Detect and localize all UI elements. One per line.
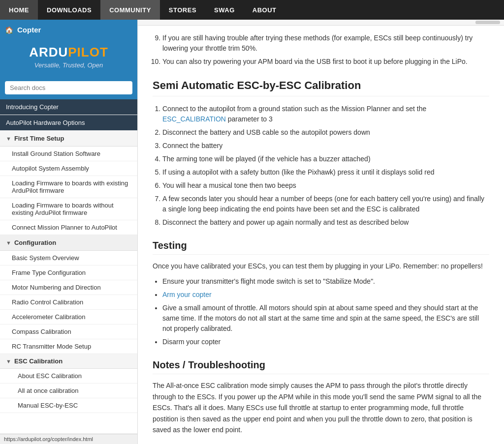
- status-url: https://ardupilot.org/copter/index.html: [4, 436, 93, 442]
- section1-title: Semi Automatic ESC-by-ESC Calibration: [153, 79, 489, 96]
- first-time-setup-label: First Time Setup: [14, 135, 64, 142]
- testing-item-3: Give a small amount of throttle. All mot…: [162, 303, 489, 334]
- collapse-icon-esc: ▼: [6, 358, 11, 364]
- section1-item-6: You will hear a musical tone then two be…: [162, 180, 489, 191]
- intro-list-item-10: You can also try powering your APM board…: [162, 57, 489, 67]
- notes-text: The All-at-once ESC calibration mode sim…: [153, 380, 489, 435]
- section1-item-3: Connect the battery: [162, 141, 489, 151]
- nav-home[interactable]: HOME: [0, 0, 38, 20]
- sidebar-item-compass[interactable]: Compass Calibration: [0, 325, 137, 339]
- testing-list: Ensure your transmitter's flight mode sw…: [153, 276, 489, 347]
- sidebar-item-accelerometer[interactable]: Accelerometer Calibration: [0, 310, 137, 325]
- nav-downloads[interactable]: DOWNLOADS: [38, 0, 100, 20]
- sidebar-item-frame-type[interactable]: Frame Type Configuration: [0, 266, 137, 280]
- sidebar: 🏠 Copter ARDUPILOT Versatile, Trusted, O…: [0, 20, 138, 444]
- arm-copter-link[interactable]: Arm your copter: [162, 291, 212, 298]
- section2-title: Testing: [153, 240, 489, 255]
- status-bar: https://ardupilot.org/copter/index.html: [0, 434, 137, 444]
- logo-pilot: PILOT: [68, 45, 108, 59]
- sidebar-section-configuration[interactable]: ▼ Configuration: [0, 235, 137, 251]
- sidebar-item-autopilot-assembly[interactable]: Autopilot System Assembly: [0, 161, 137, 176]
- logo-ardu: ARDU: [29, 45, 68, 59]
- sidebar-item-about-esc[interactable]: About ESC Calibration: [0, 369, 137, 384]
- collapse-icon-config: ▼: [6, 240, 11, 246]
- sidebar-item-manual-esc[interactable]: Manual ESC-by-ESC: [0, 398, 137, 413]
- section1-item-4: The arming tone will be played (if the v…: [162, 154, 489, 164]
- nav-community[interactable]: COMMUNITY: [100, 0, 160, 20]
- scroll-indicator: [138, 20, 504, 26]
- sidebar-logo: ARDUPILOT Versatile, Trusted, Open: [0, 40, 137, 76]
- esc-calibration-label: ESC Calibration: [14, 357, 63, 365]
- search-box: [0, 76, 137, 99]
- search-input[interactable]: [5, 81, 132, 94]
- testing-item-1: Ensure your transmitter's flight mode sw…: [162, 276, 489, 287]
- home-icon: 🏠: [5, 26, 13, 34]
- nav-stores[interactable]: STORES: [160, 0, 205, 20]
- sidebar-item-all-at-once[interactable]: All at once calibration: [0, 384, 137, 398]
- sidebar-item-basic-system[interactable]: Basic System Overview: [0, 251, 137, 266]
- sidebar-item-autopilot-hardware[interactable]: AutoPilot Hardware Options: [0, 115, 137, 131]
- section1-item-5: If using a autopilot with a safety butto…: [162, 167, 489, 178]
- sidebar-item-introducing-copter[interactable]: Introducing Copter: [0, 99, 137, 115]
- logo-tagline: Versatile, Trusted, Open: [7, 61, 130, 69]
- logo-ardupilot: ARDUPILOT: [7, 45, 130, 60]
- testing-item-2: Arm your copter: [162, 290, 489, 300]
- intro-list-item-9: If you are still having trouble after tr…: [162, 33, 489, 54]
- section1-item-1: Connect to the autopilot from a ground s…: [162, 104, 489, 124]
- sidebar-nav: Introducing Copter AutoPilot Hardware Op…: [0, 99, 137, 434]
- esc-calibration-link[interactable]: ESC_CALIBRATION: [162, 115, 226, 123]
- testing-item-4: Disarm your copter: [162, 337, 489, 347]
- sidebar-item-install-ground-station[interactable]: Install Ground Station Software: [0, 147, 137, 161]
- top-navigation: HOME DOWNLOADS COMMUNITY STORES SWAG ABO…: [0, 0, 504, 20]
- sidebar-item-rc-transmitter[interactable]: RC Transmitter Mode Setup: [0, 339, 137, 354]
- section1-list: Connect to the autopilot from a ground s…: [153, 104, 489, 228]
- sidebar-section-esc-calibration[interactable]: ▼ ESC Calibration: [0, 354, 137, 369]
- section3-title: Notes / Troubleshooting: [153, 359, 489, 374]
- sidebar-item-loading-firmware-existing[interactable]: Loading Firmware to boards with existing…: [0, 176, 137, 198]
- sidebar-section-first-time-setup[interactable]: ▼ First Time Setup: [0, 131, 137, 147]
- section1-item-7: A few seconds later you should hear a nu…: [162, 194, 489, 214]
- intro-list: If you are still having trouble after tr…: [153, 33, 489, 67]
- nav-about[interactable]: ABOUT: [244, 0, 285, 20]
- section1-item-8: Disconnect the battery and power up agai…: [162, 217, 489, 228]
- nav-swag[interactable]: SWAG: [205, 0, 244, 20]
- section1-item-1-suffix: parameter to 3: [228, 115, 273, 123]
- sidebar-item-radio-control[interactable]: Radio Control Calibration: [0, 295, 137, 310]
- section1-item-2: Disconnect the battery and USB cable so …: [162, 127, 489, 138]
- section1-item-1-text: Connect to the autopilot from a ground s…: [162, 105, 426, 113]
- testing-intro: Once you have calibrated your ESCs, you …: [153, 261, 489, 271]
- sidebar-item-loading-firmware-no-existing[interactable]: Loading Firmware to boards without exist…: [0, 198, 137, 220]
- sidebar-copter-header: 🏠 Copter: [0, 20, 137, 40]
- content-area: If you are still having trouble after tr…: [138, 20, 504, 444]
- collapse-icon: ▼: [6, 136, 11, 142]
- sidebar-item-connect-mission-planner[interactable]: Connect Mission Planner to AutoPilot: [0, 220, 137, 235]
- main-layout: 🏠 Copter ARDUPILOT Versatile, Trusted, O…: [0, 20, 504, 444]
- scroll-thumb: [475, 21, 500, 24]
- sidebar-copter-label: Copter: [17, 26, 41, 34]
- configuration-label: Configuration: [14, 239, 56, 246]
- sidebar-item-motor-numbering[interactable]: Motor Numbering and Direction: [0, 280, 137, 295]
